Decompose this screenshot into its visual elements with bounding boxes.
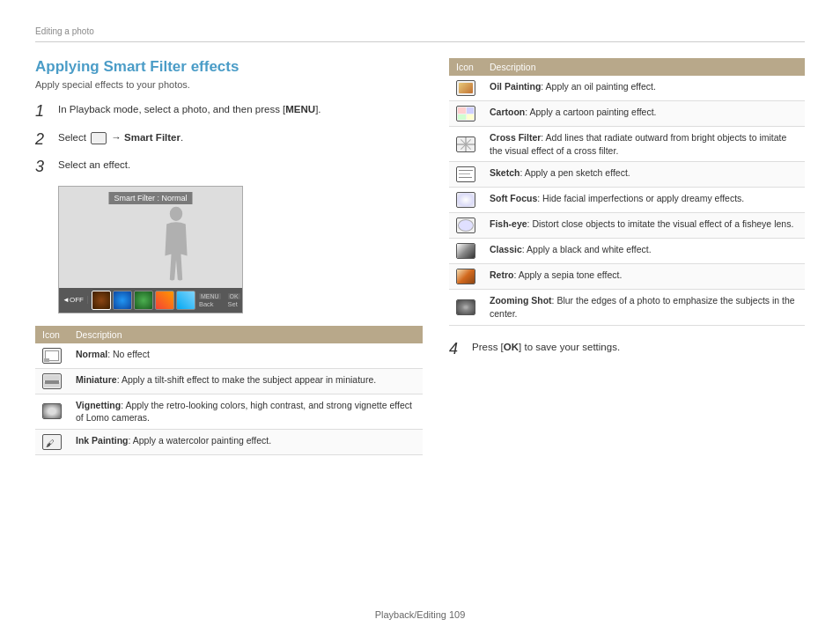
table-row: Normal: No effect bbox=[35, 343, 423, 369]
svg-point-0 bbox=[170, 206, 182, 220]
footer: Playback/Editing 109 bbox=[0, 609, 840, 620]
right-column: Icon Description Oil Painting: Apply an … bbox=[449, 58, 805, 461]
back-label: MENU Back bbox=[199, 292, 221, 308]
right-table-header-desc: Description bbox=[483, 58, 805, 76]
step-3-number: 3 bbox=[35, 158, 51, 177]
fish-eye-icon-cell bbox=[449, 213, 483, 239]
miniature-icon-cell bbox=[35, 368, 69, 394]
step-2-text: Select → Smart Filter. bbox=[58, 130, 183, 145]
section-subtitle: Apply special effects to your photos. bbox=[35, 79, 423, 90]
cross-filter-desc: Cross Filter: Add lines that radiate out… bbox=[483, 127, 805, 162]
left-table-header-icon: Icon bbox=[35, 326, 69, 343]
thumb-2 bbox=[113, 291, 132, 310]
table-row: Zooming Shot: Blur the edges of a photo … bbox=[449, 290, 805, 325]
table-row: Vignetting: Apply the retro-looking colo… bbox=[35, 394, 423, 429]
classic-icon-cell bbox=[449, 239, 483, 264]
normal-desc: Normal: No effect bbox=[69, 343, 423, 369]
screen-label: Smart Filter : Normal bbox=[108, 192, 192, 204]
nav-controls: MENU Back OK Set bbox=[199, 292, 243, 308]
retro-desc: Retro: Apply a sepia tone effect. bbox=[483, 264, 805, 290]
table-row: Classic: Apply a black and white effect. bbox=[449, 239, 805, 264]
table-row: Oil Painting: Apply an oil painting effe… bbox=[449, 76, 805, 101]
normal-icon-cell bbox=[35, 343, 69, 369]
thumb-1 bbox=[92, 291, 111, 310]
retro-icon-cell bbox=[449, 264, 483, 290]
step-2: 2 Select → Smart Filter. bbox=[35, 130, 423, 150]
step-3: 3 Select an effect. bbox=[35, 158, 423, 177]
right-table-header-icon: Icon bbox=[449, 58, 483, 76]
step-1-number: 1 bbox=[35, 102, 51, 122]
ink-painting-desc: Ink Painting: Apply a watercolor paintin… bbox=[69, 430, 423, 455]
page: Editing a photo Applying Smart Filter ef… bbox=[0, 0, 840, 634]
step-1-text: In Playback mode, select a photo, and th… bbox=[58, 102, 321, 117]
soft-focus-desc: Soft Focus: Hide facial imperfections or… bbox=[483, 188, 805, 213]
off-label: ◄OFF bbox=[59, 296, 88, 304]
zooming-shot-desc: Zooming Shot: Blur the edges of a photo … bbox=[483, 290, 805, 325]
left-filter-table: Icon Description Normal: No effect bbox=[35, 326, 423, 455]
ink-painting-icon-cell: 🖌 bbox=[35, 430, 69, 455]
screen-preview: Smart Filter : Normal ◄OFF bbox=[58, 186, 243, 313]
breadcrumb: Editing a photo bbox=[35, 26, 805, 42]
cross-filter-icon-cell bbox=[449, 127, 483, 162]
menu-key: MENU bbox=[199, 293, 221, 299]
sketch-icon-cell bbox=[449, 162, 483, 188]
thumb-3 bbox=[134, 291, 153, 310]
thumb-5 bbox=[176, 291, 195, 310]
table-row: Fish-eye: Distort close objects to imita… bbox=[449, 213, 805, 239]
table-row: Cartoon: Apply a cartoon painting effect… bbox=[449, 101, 805, 127]
soft-focus-icon-cell bbox=[449, 188, 483, 213]
zooming-shot-icon-cell bbox=[449, 290, 483, 325]
step-4-number: 4 bbox=[449, 340, 465, 359]
step-3-text: Select an effect. bbox=[58, 158, 130, 173]
step-1: 1 In Playback mode, select a photo, and … bbox=[35, 102, 423, 122]
screen-bottom-bar: ◄OFF MENU Back OK Set bbox=[59, 288, 242, 313]
table-row: Soft Focus: Hide facial imperfections or… bbox=[449, 188, 805, 213]
ok-key: OK bbox=[228, 293, 240, 299]
miniature-desc: Miniature: Apply a tilt-shift effect to … bbox=[69, 368, 423, 394]
sketch-desc: Sketch: Apply a pen sketch effect. bbox=[483, 162, 805, 188]
figure-silhouette bbox=[154, 204, 198, 284]
thumb-4 bbox=[155, 291, 174, 310]
fish-eye-desc: Fish-eye: Distort close objects to imita… bbox=[483, 213, 805, 239]
left-table-header-desc: Description bbox=[69, 326, 423, 343]
table-row: Retro: Apply a sepia tone effect. bbox=[449, 264, 805, 290]
step-2-number: 2 bbox=[35, 130, 51, 150]
vignetting-icon-cell bbox=[35, 394, 69, 429]
set-label: OK Set bbox=[228, 292, 240, 308]
vignetting-desc: Vignetting: Apply the retro-looking colo… bbox=[69, 394, 423, 429]
classic-desc: Classic: Apply a black and white effect. bbox=[483, 239, 805, 264]
step-4: 4 Press [OK] to save your settings. bbox=[449, 340, 805, 359]
section-title: Applying Smart Filter effects bbox=[35, 58, 423, 76]
table-row: Miniature: Apply a tilt-shift effect to … bbox=[35, 368, 423, 394]
table-row: Sketch: Apply a pen sketch effect. bbox=[449, 162, 805, 188]
cartoon-icon-cell bbox=[449, 101, 483, 127]
oil-painting-desc: Oil Painting: Apply an oil painting effe… bbox=[483, 76, 805, 101]
left-column: Applying Smart Filter effects Apply spec… bbox=[35, 58, 423, 461]
oil-painting-icon-cell bbox=[449, 76, 483, 101]
table-row: 🖌 Ink Painting: Apply a watercolor paint… bbox=[35, 430, 423, 455]
cartoon-desc: Cartoon: Apply a cartoon painting effect… bbox=[483, 101, 805, 127]
table-row: Cross Filter: Add lines that radiate out… bbox=[449, 127, 805, 162]
right-filter-table: Icon Description Oil Painting: Apply an … bbox=[449, 58, 805, 326]
step-4-text: Press [OK] to save your settings. bbox=[472, 340, 620, 355]
thumbnails bbox=[88, 288, 199, 313]
